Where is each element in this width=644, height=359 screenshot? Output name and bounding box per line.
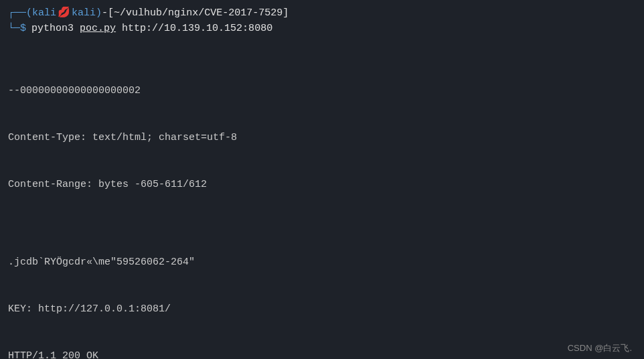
box-bottom: └─ — [8, 21, 20, 36]
output-line: KEY: http://127.0.0.1:8081/ — [8, 301, 636, 317]
output-line: HTTP/1.1 200 OK — [8, 348, 636, 360]
prompt-line-1: ┌── ( kali 💋 kali ) - [ ~/vulhub/nginx/C… — [8, 5, 636, 21]
paren-close: ) — [96, 5, 102, 21]
prompt-host: kali — [72, 5, 96, 21]
command-arg1: poc.py — [80, 21, 116, 36]
bracket-open: [ — [108, 5, 114, 21]
prompt-dollar: $ — [20, 21, 26, 36]
prompt-user: kali — [32, 5, 56, 21]
output-line: Content-Range: bytes -605-611/612 — [8, 177, 636, 192]
dash: - — [102, 5, 108, 21]
command-arg2: http://10.139.10.152:8080 — [122, 21, 272, 36]
watermark: CSDN @白云飞. — [568, 342, 632, 355]
prompt-line-2[interactable]: └─ $ python3 poc.py http://10.139.10.152… — [8, 21, 636, 36]
terminal-output: --00000000000000000002 Content-Type: tex… — [8, 52, 636, 359]
output-line: .jcdb`RYÖgcdr«\me"59526062-264" — [8, 255, 636, 270]
output-line: Content-Type: text/html; charset=utf-8 — [8, 130, 636, 145]
box-top: ┌── — [8, 5, 26, 21]
output-line: --00000000000000000002 — [8, 83, 636, 98]
command-name: python3 — [31, 21, 74, 36]
bracket-close: ] — [283, 5, 289, 21]
heart-icon: 💋 — [58, 5, 70, 21]
prompt-path: ~/vulhub/nginx/CVE-2017-7529 — [114, 5, 283, 21]
paren-open: ( — [26, 5, 32, 21]
blank-line — [8, 37, 636, 52]
